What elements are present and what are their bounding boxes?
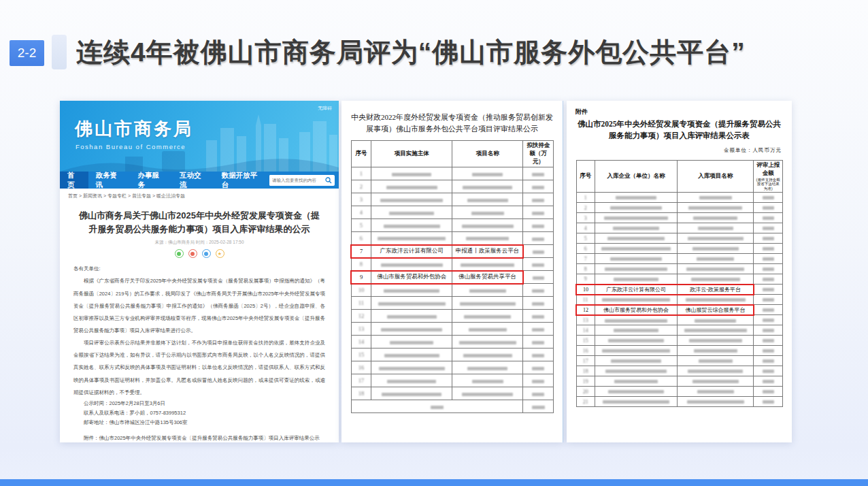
nav-item[interactable]: 互动交流 [172,172,214,189]
search-icon[interactable] [322,175,335,186]
nav-item[interactable]: 首页 [60,172,88,189]
unit-note: 金额单位：人民币万元 [577,147,782,154]
table-row: 16 [351,361,554,374]
row-number-cell: 9 [576,274,595,285]
row-number-cell: 3 [576,213,595,223]
amount-cell [523,219,554,232]
table-row: 18 [576,366,783,376]
doc-2025-panel: 附件 佛山市2025年中央外经贸发展专项资金（提升服务贸易公共服务能力事项）项目… [567,101,792,442]
weibo-share-icon[interactable] [188,249,197,258]
row-number-cell: 7 [351,245,371,258]
total-amount-cell [523,400,554,413]
company-cell [595,376,677,387]
company-cell [371,232,452,245]
company-cell: 佛山市服务贸易和外包协会 [371,271,452,284]
amount-cell [523,361,554,374]
nav-search-area [269,172,339,189]
project-cell [678,233,754,244]
company-cell [371,323,452,336]
row-number-cell: 15 [576,336,595,346]
row-number-cell: 16 [351,361,371,374]
project-cell [452,206,523,219]
company-cell [595,325,677,336]
table-row-highlighted: 9佛山市服务贸易和外包协会佛山服务贸易共享平台 [351,271,554,284]
wechat-share-icon[interactable] [175,249,184,258]
project-cell [678,315,754,325]
row-number-cell: 3 [351,193,371,206]
table-row: 21 [576,397,783,407]
company-cell [371,284,452,297]
amount-cell [523,167,554,180]
table-row: 15 [351,349,554,361]
company-cell [371,180,452,193]
breadcrumb[interactable]: 首页 > 新闻资讯 > 专题专栏 > 普法专题 > 暖企法治专题 [60,189,339,202]
project-cell: 佛山服务贸易共享平台 [452,271,523,284]
nav-item[interactable]: 政务资讯 [88,172,131,189]
column-header: 项目实施主体 [371,141,452,167]
favorite-star-icon[interactable]: ★ [216,249,224,258]
row-number-cell: 2 [576,203,595,213]
row-number-cell: 1 [351,167,371,180]
company-cell [371,206,452,219]
company-cell [371,374,452,387]
doc-2025-title: 佛山市2025年中央外经贸发展专项资金（提升服务贸易公共服务能力事项）项目入库评… [575,118,783,142]
company-cell [595,397,677,407]
doc-2022-panel: 中央财政2022年度外经贸发展专项资金（推动服务贸易创新发展事项）佛山市服务外包… [341,101,563,442]
site-navbar: 首页政务资讯办事服务互动交流数据开放平台 [60,172,339,189]
company-cell [371,387,452,400]
column-header: 序号 [576,160,595,193]
row-number-cell: 20 [576,387,595,397]
slide-footer-bar [0,479,868,486]
company-cell [595,366,677,376]
article-body: 各有关单位: 根据《广东省商务厅关于印发2025年中央外经贸发展专项资金（服务贸… [73,263,325,399]
row-number-cell: 5 [351,219,371,232]
amount-cell [523,374,554,387]
project-cell [452,336,523,349]
table-row [351,400,554,413]
table-row: 14 [351,336,554,349]
project-cell [678,325,754,336]
table-row: 11 [351,297,554,310]
doc-2025-table: 序号入库企业（单位）名称入库项目名称评审上报金额(最终支持金额按省下达结果为准)… [575,160,783,408]
company-cell [595,356,677,366]
nav-items: 首页政务资讯办事服务互动交流数据开放平台 [60,172,269,189]
company-cell: 广东政沣云计算有限公司 [371,245,452,258]
table-row: 11 [576,295,783,305]
table-row: 10 [351,284,554,297]
attachment-link[interactable]: 附件：佛山市2025年中央外经贸发展专项资金〔提升服务贸易公共服务能力事项〕项目… [73,434,325,442]
row-number-cell: 4 [576,223,595,233]
table-row: 13 [576,315,783,325]
accessibility-link[interactable]: 无障碍 [318,105,332,112]
qq-share-icon[interactable] [202,249,211,258]
search-input[interactable] [269,175,322,186]
project-cell [452,232,523,245]
attachment-label: 附件 [575,108,783,116]
company-cell: 佛山市服务贸易和外包协会 [595,305,677,315]
nav-item[interactable]: 办事服务 [130,172,172,189]
row-number-cell: 2 [351,180,371,193]
row-number-cell: 4 [351,206,371,219]
company-cell [595,233,677,244]
site-logo-text: 佛山市商务局 [75,117,193,141]
row-number-cell: 9 [351,271,371,284]
slide-number-badge: 2-2 [10,40,44,66]
table-row: 1 [576,193,783,203]
row-number-cell: 13 [351,323,371,336]
project-cell [678,203,754,213]
project-cell [452,258,523,271]
amount-cell [754,264,783,274]
article-area: 佛山市商务局关于佛山市2025年中央外经贸发展专项资金（提升服务贸易公共服务能力… [60,202,339,442]
project-cell [452,219,523,232]
row-number-cell: 8 [576,264,595,274]
project-cell [452,361,523,374]
project-cell [452,193,523,206]
amount-cell [754,376,783,387]
amount-cell [523,271,554,284]
company-cell [595,295,677,305]
project-cell [452,387,523,400]
table-row-highlighted: 7广东政沣云计算有限公司申报通丨政策服务云平台 [351,245,554,258]
company-cell [595,387,677,397]
nav-item[interactable]: 数据开放平台 [214,172,269,189]
article-paragraph: 根据《广东省商务厅关于印发2025年中央外经贸发展专项资金（服务贸易发展事项）申… [73,275,325,337]
article-meta: 来源：佛山市商务局 时间：2025-02-28 17:50 [73,240,325,246]
